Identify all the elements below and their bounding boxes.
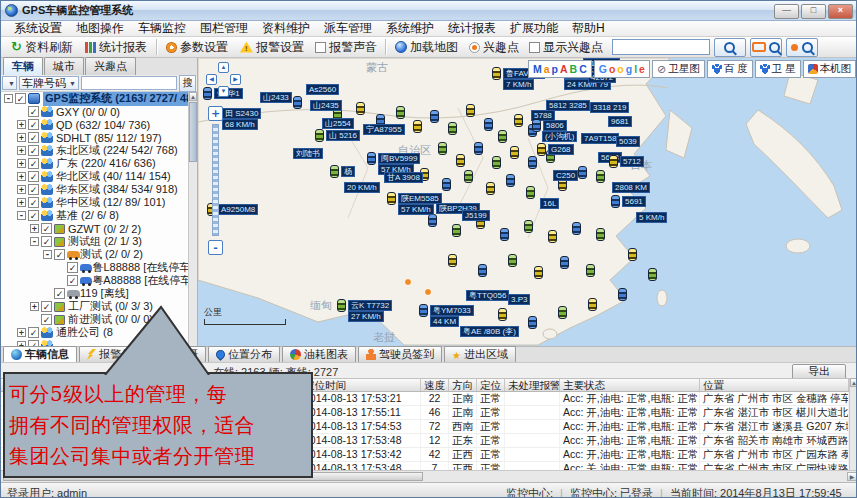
tree-expander[interactable]: + bbox=[17, 120, 26, 129]
vehicle-marker[interactable]: 3.P3 bbox=[508, 294, 530, 305]
vehicle-marker[interactable]: J5199 bbox=[462, 210, 490, 221]
map-canvas[interactable]: 蒙古自治区日本缅甸老挝金 华1山2433As2560山2435田 S243068… bbox=[198, 58, 857, 346]
vehicle-marker[interactable]: C250 bbox=[553, 170, 578, 181]
scroll-right-icon[interactable]: ▶ bbox=[847, 472, 857, 481]
checkbox-icon[interactable]: ✓ bbox=[28, 132, 39, 143]
checkbox-icon[interactable]: ✓ bbox=[28, 171, 39, 182]
map-provider-google[interactable]: Google bbox=[594, 60, 650, 78]
vehicle-marker[interactable]: 云K T773227 KM/h bbox=[348, 300, 392, 322]
tree-item[interactable]: +✓QD (632/ 104/ 736) bbox=[1, 118, 189, 131]
vehicle-marker[interactable]: 粤TTQ056 bbox=[466, 290, 509, 301]
column-header[interactable]: 方向 bbox=[449, 379, 477, 391]
vehicle-marker[interactable]: 田 S243068 KM/h bbox=[222, 108, 261, 130]
vehicle-car-icon[interactable] bbox=[596, 170, 605, 183]
vehicle-car-icon[interactable] bbox=[500, 228, 509, 241]
显示兴趣点-check[interactable]: 显示兴趣点 bbox=[524, 38, 608, 57]
bottom-tab-位置分布[interactable]: 位置分布 bbox=[208, 346, 280, 362]
tree-expander[interactable]: + bbox=[17, 198, 26, 207]
vehicle-car-icon[interactable] bbox=[430, 110, 439, 123]
tree-item[interactable]: ✓GXY (0/ 0/ 0) bbox=[1, 105, 189, 118]
vehicle-marker[interactable]: (小沟机) bbox=[542, 131, 577, 142]
vehicle-car-icon[interactable] bbox=[492, 156, 501, 169]
vehicle-marker[interactable]: 山2433 bbox=[260, 92, 292, 103]
poi-dot[interactable] bbox=[404, 278, 412, 286]
vehicle-marker[interactable]: 山2435 bbox=[310, 100, 342, 111]
rect-search-button[interactable] bbox=[750, 38, 782, 57]
vehicle-car-icon[interactable] bbox=[524, 220, 533, 233]
map-provider-卫星图[interactable]: 卫星图 bbox=[652, 60, 705, 78]
tree-expander[interactable]: + bbox=[30, 302, 39, 311]
zoom-slider[interactable] bbox=[212, 124, 219, 236]
column-header[interactable]: 主要状态 bbox=[560, 379, 700, 391]
tree-expander[interactable]: + bbox=[30, 224, 39, 233]
vehicle-car-icon[interactable] bbox=[442, 178, 451, 191]
checkbox-icon[interactable]: ✓ bbox=[28, 197, 39, 208]
tree-expander[interactable]: + bbox=[17, 172, 26, 181]
报警声音-check[interactable]: 报警声音 bbox=[310, 38, 382, 57]
dot-search-button[interactable] bbox=[786, 38, 818, 57]
column-header[interactable]: 速度 bbox=[421, 379, 449, 391]
menu-item[interactable]: 车辆监控 bbox=[131, 20, 193, 37]
vehicle-marker[interactable]: 宁A87955 bbox=[363, 124, 405, 135]
vehicle-marker[interactable]: 刘陆书 bbox=[293, 148, 323, 159]
pan-left-button[interactable]: ◀ bbox=[206, 74, 217, 85]
toolbar-search-input[interactable] bbox=[612, 39, 710, 55]
pan-up-button[interactable]: ▲ bbox=[218, 62, 229, 73]
vehicle-marker[interactable]: G268 bbox=[548, 144, 574, 155]
checkbox-icon[interactable]: ✓ bbox=[15, 93, 26, 104]
checkbox-icon[interactable]: ✓ bbox=[28, 106, 39, 117]
column-header[interactable]: 定位 bbox=[477, 379, 505, 391]
search-button[interactable] bbox=[714, 38, 746, 57]
vehicle-car-icon[interactable] bbox=[586, 264, 595, 277]
vehicle-car-icon[interactable] bbox=[588, 298, 597, 311]
bottom-tab-油耗图表[interactable]: 油耗图表 bbox=[282, 346, 356, 362]
scrollbar-thumb[interactable] bbox=[189, 102, 197, 162]
menu-item[interactable]: 统计报表 bbox=[441, 20, 503, 37]
checkbox-icon[interactable]: ✓ bbox=[28, 145, 39, 156]
tree-expander[interactable]: - bbox=[43, 250, 52, 259]
vehicle-marker[interactable]: 5691 bbox=[622, 196, 646, 207]
vehicle-marker[interactable]: 杨 bbox=[341, 166, 355, 177]
column-header[interactable]: 位置 bbox=[700, 379, 849, 391]
vehicle-car-icon[interactable] bbox=[618, 288, 627, 301]
vehicle-marker[interactable]: As2560 bbox=[306, 84, 339, 95]
sidebar-tab-城市[interactable]: 城市 bbox=[44, 57, 84, 75]
checkbox-icon[interactable]: ✓ bbox=[28, 158, 39, 169]
vehicle-car-icon[interactable] bbox=[466, 104, 475, 117]
tree-expander[interactable]: + bbox=[17, 159, 26, 168]
tree-expander[interactable]: - bbox=[4, 94, 13, 103]
vehicle-marker[interactable]: 5 KM/h bbox=[636, 212, 667, 223]
column-header[interactable]: 定位时间 bbox=[301, 379, 421, 391]
vehicle-marker[interactable]: 7A9T158 bbox=[581, 133, 619, 144]
tree-expander[interactable]: - bbox=[30, 237, 39, 246]
vehicle-car-icon[interactable] bbox=[498, 130, 507, 143]
checkbox-icon[interactable]: ✓ bbox=[54, 288, 65, 299]
vehicle-car-icon[interactable] bbox=[474, 142, 483, 155]
pan-right-button[interactable]: ▶ bbox=[230, 74, 241, 85]
checkbox-icon[interactable]: ✓ bbox=[28, 327, 39, 338]
tree-item[interactable]: -✓GPS监控系统 (2163/ 2727/ 4890) bbox=[1, 92, 189, 105]
vehicle-marker[interactable]: 3318 219 bbox=[590, 102, 629, 113]
tree-expander[interactable]: + bbox=[17, 328, 26, 337]
vehicle-car-icon[interactable] bbox=[396, 106, 405, 119]
sidebar-tab-车辆[interactable]: 车辆 bbox=[3, 57, 43, 75]
vehicle-marker[interactable]: 山2554 bbox=[322, 118, 354, 129]
vehicle-car-icon[interactable] bbox=[572, 222, 581, 235]
pan-down-button[interactable]: ▼ bbox=[218, 86, 229, 97]
toolbar-button[interactable]: 加载地图 bbox=[389, 38, 464, 57]
vehicle-car-icon[interactable] bbox=[510, 146, 519, 159]
vehicle-car-icon[interactable] bbox=[413, 120, 422, 133]
vehicle-car-icon[interactable] bbox=[456, 154, 465, 167]
checkbox-icon[interactable]: ✓ bbox=[41, 223, 52, 234]
vehicle-car-icon[interactable] bbox=[596, 228, 605, 241]
checkbox-icon[interactable]: ✓ bbox=[41, 236, 52, 247]
toolbar-button[interactable]: 资料刷新 bbox=[5, 38, 79, 57]
兴趣点-radio[interactable]: 兴趣点 bbox=[464, 38, 524, 57]
vehicle-car-icon[interactable] bbox=[448, 254, 457, 267]
vehicle-car-icon[interactable] bbox=[428, 214, 437, 227]
tree-expander[interactable]: + bbox=[17, 133, 26, 142]
vehicle-car-icon[interactable] bbox=[628, 248, 637, 261]
vehicle-car-icon[interactable] bbox=[528, 316, 537, 329]
zoom-in-button[interactable]: + bbox=[208, 106, 223, 121]
vehicle-car-icon[interactable] bbox=[558, 306, 567, 319]
